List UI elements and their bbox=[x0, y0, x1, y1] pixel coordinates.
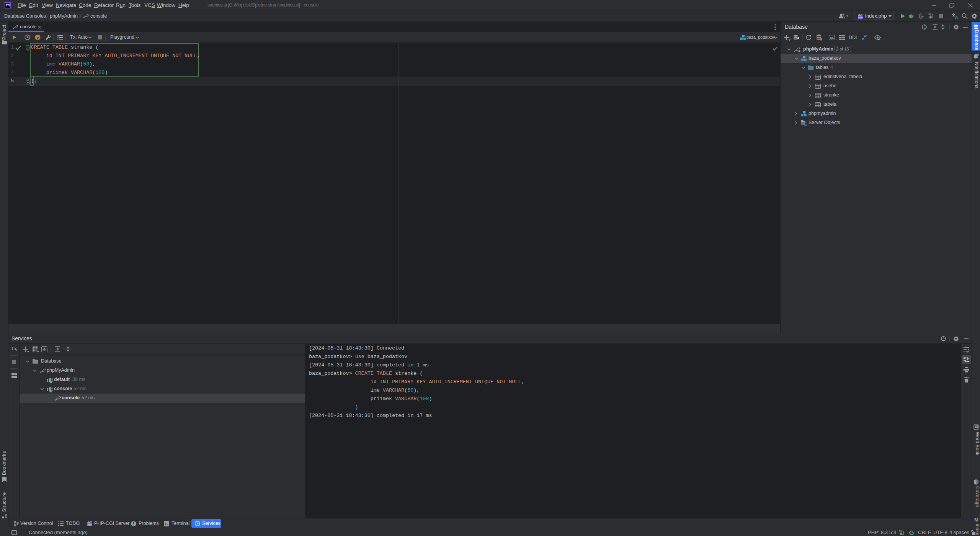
svg-text:PHP: PHP bbox=[88, 524, 92, 526]
svg-text:A: A bbox=[955, 15, 958, 19]
svg-text:PHP: PHP bbox=[858, 16, 863, 19]
svg-text:p: p bbox=[37, 36, 39, 39]
svg-text:QL: QL bbox=[830, 36, 834, 39]
